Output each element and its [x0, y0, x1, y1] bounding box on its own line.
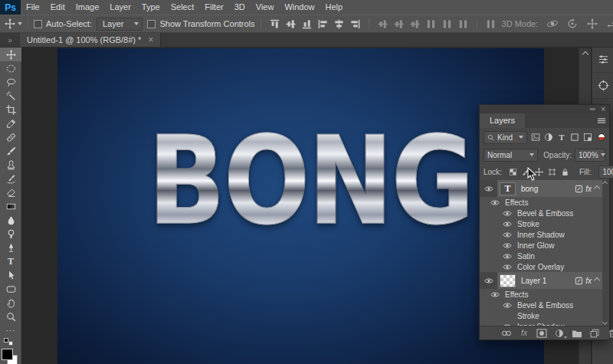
menu-item-layer[interactable]: Layer — [104, 0, 136, 15]
effects-header-row[interactable]: Effects — [480, 289, 609, 300]
gradient-tool[interactable] — [0, 199, 21, 213]
menu-item-image[interactable]: Image — [70, 0, 105, 15]
filter-type-layers-icon[interactable]: T — [557, 133, 566, 142]
distribute-top-edges-icon[interactable] — [378, 19, 388, 29]
edit-toolbar-icon[interactable] — [0, 323, 21, 337]
collapse-panel-icon[interactable] — [589, 107, 595, 113]
panel-menu-icon[interactable] — [594, 113, 609, 128]
lock-transparent-pixels-icon[interactable] — [509, 168, 517, 176]
menu-item-window[interactable]: Window — [279, 0, 320, 15]
align-horizontal-centers-icon[interactable] — [334, 19, 344, 29]
effect-row-satin[interactable]: Satin — [480, 251, 609, 261]
fill-dropdown[interactable]: 100% — [598, 166, 613, 179]
effect-row-stroke-hidden[interactable]: Stroke — [480, 310, 609, 321]
show-transform-checkbox[interactable] — [147, 20, 156, 28]
history-brush-tool[interactable] — [0, 172, 21, 185]
opacity-dropdown[interactable]: 100% — [575, 149, 605, 162]
close-panel-icon[interactable] — [601, 106, 605, 113]
3d-pan-icon[interactable] — [586, 18, 598, 29]
eye-icon[interactable] — [484, 185, 493, 192]
menu-item-3d[interactable]: 3D — [229, 0, 251, 15]
lock-all-icon[interactable] — [561, 168, 569, 176]
collapse-effects-icon[interactable] — [594, 277, 600, 284]
filter-kind-dropdown[interactable]: Kind — [484, 131, 527, 144]
align-bottom-edges-icon[interactable] — [302, 19, 312, 29]
distribute-vertical-centers-icon[interactable] — [394, 19, 404, 29]
clone-stamp-tool[interactable] — [0, 158, 21, 172]
eye-icon[interactable] — [503, 210, 512, 217]
scroll-down-icon[interactable] — [602, 320, 607, 325]
hand-tool[interactable] — [0, 296, 21, 310]
eye-icon[interactable] — [503, 242, 512, 249]
menu-item-file[interactable]: File — [21, 0, 45, 15]
tool-preset-chevron-icon[interactable] — [18, 22, 22, 25]
3d-roll-icon[interactable] — [566, 18, 579, 29]
layer-thumbnail[interactable] — [500, 274, 516, 287]
3d-slide-icon[interactable] — [606, 18, 613, 29]
effect-row-stroke[interactable]: Stroke — [480, 218, 609, 229]
path-select-tool[interactable] — [0, 268, 21, 282]
layer-row-bong[interactable]: T bong fx — [480, 180, 609, 197]
menu-item-edit[interactable]: Edit — [45, 0, 70, 15]
menu-item-select[interactable]: Select — [166, 0, 200, 15]
document-canvas[interactable]: BONG — [57, 48, 544, 364]
menu-item-filter[interactable]: Filter — [199, 0, 228, 15]
lock-artboard-icon[interactable] — [548, 168, 556, 176]
menu-item-type[interactable]: Type — [136, 0, 166, 15]
close-icon[interactable] — [148, 33, 153, 47]
filter-shape-layers-icon[interactable] — [570, 133, 579, 142]
auto-select-dropdown[interactable]: Layer — [97, 18, 143, 31]
layer-row-layer1[interactable]: Layer 1 fx — [480, 272, 609, 289]
document-tab[interactable]: Untitled-1 @ 100% (RGB/8#) * — [20, 33, 161, 47]
effect-row-inner-glow[interactable]: Inner Glow — [480, 240, 609, 251]
tab-layers[interactable]: Layers — [480, 113, 525, 128]
menu-item-view[interactable]: View — [251, 0, 280, 15]
eye-icon[interactable] — [503, 221, 512, 228]
eraser-tool[interactable] — [0, 185, 21, 199]
pen-tool[interactable] — [0, 241, 21, 254]
dodge-tool[interactable] — [0, 227, 21, 241]
eye-icon[interactable] — [490, 199, 500, 206]
healing-brush-tool[interactable] — [0, 130, 21, 144]
layer-name[interactable]: bong — [521, 185, 575, 193]
foreground-color-swatch[interactable] — [2, 349, 13, 360]
menu-item-help[interactable]: Help — [320, 0, 349, 15]
crop-tool[interactable] — [0, 103, 21, 116]
add-layer-mask-icon[interactable] — [536, 329, 547, 338]
eye-icon[interactable] — [503, 231, 512, 238]
dock-panel-icon-sliders[interactable] — [592, 47, 613, 73]
layer-name[interactable]: Layer 1 — [521, 277, 575, 285]
effect-row-color-overlay[interactable]: Color Overlay — [480, 261, 609, 272]
collapse-effects-icon[interactable] — [594, 185, 600, 192]
layers-list-scrollbar[interactable] — [602, 182, 608, 324]
blur-tool[interactable] — [0, 213, 21, 227]
effect-row-bevel-emboss[interactable]: Bevel & Emboss — [480, 300, 609, 310]
eye-icon[interactable] — [503, 253, 512, 260]
add-adjustment-layer-icon[interactable] — [554, 329, 565, 338]
tab-overflow-icon[interactable] — [0, 33, 20, 47]
eye-icon[interactable] — [484, 277, 493, 284]
dock-panel-icon-clone-source[interactable] — [592, 73, 613, 99]
marquee-tool[interactable] — [0, 61, 21, 75]
align-top-edges-icon[interactable] — [270, 19, 280, 29]
effect-row-inner-shadow[interactable]: Inner Shadow — [480, 229, 609, 240]
distribute-bottom-edges-icon[interactable] — [410, 19, 420, 29]
scroll-up-icon[interactable] — [582, 51, 588, 57]
add-layer-style-icon[interactable]: fx — [519, 329, 529, 338]
effects-header-row[interactable]: Effects — [480, 197, 609, 208]
type-layer-thumbnail[interactable]: T — [500, 182, 516, 195]
filter-smart-objects-icon[interactable] — [583, 133, 592, 142]
foreground-background-swatch[interactable] — [0, 348, 21, 364]
move-tool[interactable] — [0, 48, 21, 61]
quick-select-tool[interactable] — [0, 89, 21, 103]
type-tool[interactable]: T — [0, 254, 21, 268]
delete-layer-icon[interactable] — [607, 329, 613, 338]
distribute-spacing-icon[interactable] — [486, 19, 496, 29]
distribute-horizontal-centers-icon[interactable] — [442, 19, 452, 29]
eye-icon[interactable] — [490, 291, 500, 298]
filter-toggle-icon[interactable] — [598, 133, 605, 141]
eye-icon-hidden[interactable] — [503, 313, 512, 320]
blend-mode-dropdown[interactable]: Normal — [484, 149, 538, 162]
brush-tool[interactable] — [0, 144, 21, 158]
align-left-edges-icon[interactable] — [318, 19, 328, 29]
